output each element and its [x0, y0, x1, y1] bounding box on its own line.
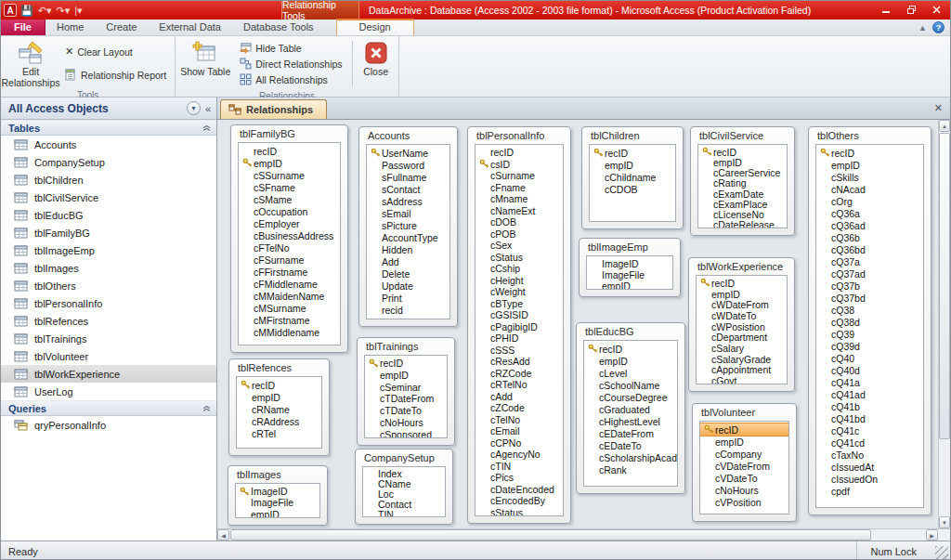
field-row-tblPersonalInfo-recID[interactable]: recID [476, 147, 563, 159]
field-row-tblPersonalInfo-cAdd[interactable]: cAdd [476, 391, 563, 403]
field-row-tblOthers-cQ36a[interactable]: cQ36a [816, 207, 923, 219]
field-row-tblWorkExperience-cGovt[interactable]: cGovt [697, 375, 787, 384]
field-row-tblTrainings-cTDateFrom[interactable]: cTDateFrom [365, 393, 447, 405]
table-box-title[interactable]: tblTrainings [364, 340, 448, 355]
field-row-tblEducBG-cEDateTo[interactable]: cEDateTo [584, 439, 677, 451]
table-box-tblOthers[interactable]: tblOthersrecIDempIDcSkillscNAcadcOrgcQ36… [808, 126, 931, 515]
horizontal-scroll-thumb[interactable] [230, 529, 871, 540]
field-row-tblWorkExperience-empID[interactable]: empID [697, 289, 787, 300]
field-row-tblOthers-recID[interactable]: recID [816, 147, 923, 159]
field-row-tblVolunteer-cNoHours[interactable]: cNoHours [700, 484, 788, 496]
nav-item-tblCivilService[interactable]: tblCivilService [1, 189, 216, 206]
field-row-tblEducBG-cEDateFrom[interactable]: cEDateFrom [584, 427, 677, 439]
field-row-tblVolunteer-empID[interactable]: empID [700, 436, 788, 448]
navigation-menu-dropdown-icon[interactable]: ▼ [187, 101, 201, 115]
field-row-Accounts-recid[interactable]: recid [367, 304, 449, 316]
field-row-tblPersonalInfo-cEmail[interactable]: cEmail [476, 425, 563, 437]
table-box-tblCivilService[interactable]: tblCivilServicerecIDempIDcCareerServicec… [690, 126, 795, 236]
vertical-scrollbar[interactable]: ▲ ▼ [938, 120, 950, 528]
field-row-CompanySetup-Contact[interactable]: Contact [363, 499, 445, 509]
field-row-tblFamilyBG-cMFirstname[interactable]: cMFirstname [239, 314, 340, 326]
field-row-tblOthers-cNAcad[interactable]: cNAcad [816, 183, 923, 195]
nav-item-tblRefences[interactable]: tblRefences [1, 312, 216, 330]
navigation-pane-header[interactable]: All Access Objects ▼ « [1, 98, 216, 120]
ribbon-tab-database-tools[interactable]: Database Tools [232, 20, 325, 35]
scroll-up-icon[interactable]: ▲ [939, 120, 950, 132]
field-row-tblRefences-cRAddress[interactable]: cRAddress [237, 415, 321, 427]
field-row-tblPersonalInfo-cAgencyNo[interactable]: cAgencyNo [476, 449, 563, 461]
nav-item-tblPersonalInfo[interactable]: tblPersonalInfo [1, 294, 216, 312]
field-row-tblOthers-empID[interactable]: empID [816, 159, 923, 171]
nav-item-tblVolunteer[interactable]: tblVolunteer [1, 347, 216, 365]
field-row-tblOthers-cQ38[interactable]: cQ38 [816, 304, 923, 316]
field-row-tblEducBG-cHighestLevel[interactable]: cHighestLevel [584, 415, 677, 427]
field-row-Accounts-sContact[interactable]: sContact [367, 183, 449, 195]
table-box-tblRefences[interactable]: tblRefencesrecIDempIDcRNamecRAddresscRTe… [228, 358, 330, 456]
nav-item-tblImageEmp[interactable]: tblImageEmp [1, 241, 216, 259]
clear-layout-button[interactable]: ✕ Clear Layout [60, 44, 171, 59]
nav-section-header-queries[interactable]: Queries [1, 400, 216, 416]
field-row-tblPersonalInfo-cHeight[interactable]: cHeight [476, 275, 563, 287]
field-row-tblPersonalInfo-cRZCode[interactable]: cRZCode [476, 368, 563, 380]
table-box-title[interactable]: tblOthers [815, 129, 924, 144]
table-box-title[interactable]: tblEducBG [583, 325, 678, 340]
field-row-tblPersonalInfo-cGSISID[interactable]: cGSISID [476, 309, 563, 321]
field-row-tblRefences-cRTel[interactable]: cRTel [237, 427, 321, 439]
field-row-tblRefences-empID[interactable]: empID [237, 391, 321, 403]
table-box-tblImageEmp[interactable]: tblImageEmpImageIDImageFileempID [579, 238, 681, 297]
ribbon-tab-design[interactable]: Design [336, 19, 414, 35]
collapse-section-icon[interactable] [202, 124, 211, 130]
scroll-down-icon[interactable]: ▼ [939, 516, 950, 528]
table-box-title[interactable]: tblVolunteer [699, 406, 789, 421]
ribbon-tab-home[interactable]: Home [46, 20, 95, 35]
collapse-section-icon[interactable] [202, 405, 211, 410]
field-row-tblPersonalInfo-cBType[interactable]: cBType [476, 298, 563, 310]
nav-item-tblChildren[interactable]: tblChildren [1, 171, 216, 189]
edit-relationships-button[interactable]: Edit Relationships [3, 37, 59, 89]
field-row-tblCivilService-cDateRelease[interactable]: cDateRelease [698, 220, 787, 228]
field-row-tblTrainings-cSponsored[interactable]: cSponsored [365, 428, 447, 438]
ribbon-tab-create[interactable]: Create [95, 20, 148, 35]
shutter-bar-collapse-icon[interactable]: « [205, 103, 213, 114]
field-row-Accounts-Delete[interactable]: Delete [367, 267, 449, 280]
field-row-tblFamilyBG-cSSurname[interactable]: cSSurname [239, 169, 340, 181]
table-box-CompanySetup[interactable]: CompanySetupIndexCNameLocContactTIN [355, 449, 453, 525]
field-row-tblImages-ImageID[interactable]: ImageID [236, 486, 319, 497]
field-row-tblOthers-cQ37bd[interactable]: cQ37bd [816, 292, 923, 304]
all-relationships-button[interactable]: All Relationships [235, 72, 346, 87]
field-row-tblFamilyBG-cMMiddlename[interactable]: cMMiddlename [239, 326, 340, 338]
horizontal-scrollbar[interactable]: ◀ ▶ [217, 528, 950, 540]
field-row-tblCivilService-cCareerService[interactable]: cCareerService [698, 168, 787, 178]
field-row-Accounts-Password[interactable]: Password [367, 159, 449, 171]
field-row-tblFamilyBG-cFTelNo[interactable]: cFTelNo [239, 241, 340, 254]
field-row-tblFamilyBG-cFMiddlename[interactable]: cFMiddlename [239, 278, 340, 290]
field-row-tblWorkExperience-cSalary[interactable]: cSalary [697, 343, 787, 354]
table-box-tblVolunteer[interactable]: tblVolunteerrecIDempIDcCompanycVDateFrom… [692, 403, 797, 522]
field-row-Accounts-Update[interactable]: Update [367, 280, 449, 292]
nav-item-UserLog[interactable]: UserLog [1, 383, 216, 400]
nav-item-tblEducBG[interactable]: tblEducBG [1, 206, 216, 224]
field-row-tblPersonalInfo-cEncodedBy[interactable]: cEncodedBy [476, 495, 563, 507]
field-row-tblImages-ImageFile[interactable]: ImageFile [236, 497, 319, 508]
field-row-tblCivilService-empID[interactable]: empID [698, 157, 787, 167]
field-row-tblPersonalInfo-cStatus[interactable]: cStatus [476, 252, 563, 264]
table-box-title[interactable]: CompanySetup [362, 451, 446, 466]
field-row-tblChildren-empID[interactable]: empID [590, 159, 675, 171]
field-row-tblOthers-cQ41cd[interactable]: cQ41cd [816, 436, 923, 449]
access-app-icon[interactable]: A [4, 4, 17, 17]
nav-item-tblTrainings[interactable]: tblTrainings [1, 330, 216, 347]
field-row-tblPersonalInfo-cNameExt[interactable]: cNameExt [476, 205, 563, 217]
minimize-button[interactable] [879, 3, 894, 16]
field-row-tblPersonalInfo-cSurname[interactable]: cSurname [476, 170, 563, 182]
table-box-title[interactable]: tblImages [235, 468, 320, 483]
field-row-tblCivilService-cExamPlace[interactable]: cExamPlace [698, 199, 787, 209]
field-row-tblOthers-cQ37a[interactable]: cQ37a [816, 255, 923, 267]
field-row-tblFamilyBG-cOccupation[interactable]: cOccupation [239, 205, 340, 217]
field-row-tblOthers-cSkills[interactable]: cSkills [816, 171, 923, 183]
field-row-tblPersonalInfo-cRTelNo[interactable]: cRTelNo [476, 379, 563, 391]
field-row-tblOthers-cQ39d[interactable]: cQ39d [816, 340, 923, 352]
field-row-tblFamilyBG-empID[interactable]: empID [239, 157, 340, 169]
field-row-tblEducBG-cGraduated[interactable]: cGraduated [584, 403, 677, 415]
field-row-tblVolunteer-cCompany[interactable]: cCompany [700, 448, 788, 460]
field-row-tblWorkExperience-cWDateFrom[interactable]: cWDateFrom [697, 299, 787, 310]
